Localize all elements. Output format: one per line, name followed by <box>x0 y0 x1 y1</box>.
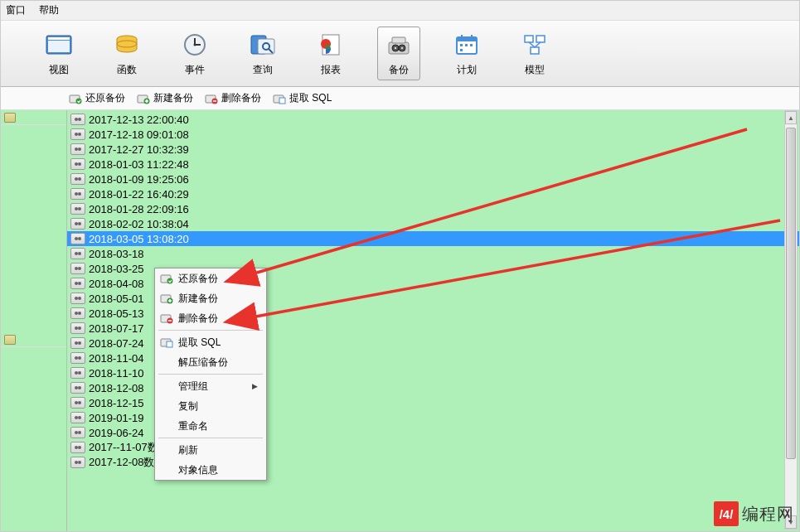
menu-help[interactable]: 帮助 <box>39 3 59 17</box>
sidebar-db-node[interactable] <box>1 110 66 125</box>
ctx-label: 刷新 <box>178 443 198 457</box>
svg-point-76 <box>75 356 78 360</box>
sub-toolbar: 还原备份新建备份删除备份提取 SQL <box>1 87 799 110</box>
ctx-new[interactable]: 新建备份 <box>155 288 266 308</box>
scroll-up-button[interactable]: ▲ <box>785 111 797 124</box>
backup-file-icon <box>70 442 85 453</box>
backup-file-icon <box>70 397 85 409</box>
ctx-label: 管理组 <box>178 380 208 394</box>
ctx-extract[interactable]: 提取 SQL <box>155 332 266 352</box>
backup-row[interactable]: 2017-12-18 09:01:08 <box>67 127 799 142</box>
svg-point-86 <box>75 431 78 434</box>
backup-row[interactable]: 2018-03-05 13:08:20 <box>67 231 799 246</box>
toolbar-backup[interactable]: 备份 <box>377 27 420 80</box>
backup-file-icon <box>70 128 85 140</box>
backup-file-icon <box>70 382 85 394</box>
ctx-decompress[interactable]: 解压缩备份 <box>155 352 266 372</box>
svg-point-87 <box>78 431 81 434</box>
svg-point-79 <box>78 371 81 375</box>
backup-row[interactable]: 2017-12-13 22:00:40 <box>67 112 799 127</box>
toolbar-label: 计划 <box>457 63 477 77</box>
svg-point-59 <box>78 222 81 225</box>
svg-point-67 <box>78 282 81 285</box>
ctx-restore[interactable]: 还原备份 <box>155 268 266 288</box>
backup-row[interactable]: 2018-02-02 10:38:04 <box>67 216 799 231</box>
ctx-delete[interactable]: 删除备份 <box>155 308 266 328</box>
toolbar-query[interactable]: 查询 <box>241 27 284 80</box>
backup-timestamp: 2018-11-10 <box>89 367 144 380</box>
toolbar-model[interactable]: 模型 <box>513 27 556 80</box>
toolbar-event[interactable]: 事件 <box>173 27 216 80</box>
sidebar-db-node[interactable] <box>1 332 66 347</box>
db-icon <box>4 113 16 123</box>
backup-file-icon <box>70 293 85 304</box>
event-icon <box>180 30 210 60</box>
ctx-separator <box>158 330 263 331</box>
subtoolbar-new[interactable]: 新建备份 <box>137 91 193 105</box>
subtoolbar-extract[interactable]: 提取 SQL <box>273 91 332 105</box>
backup-icon <box>384 30 414 60</box>
delete-icon <box>160 312 173 324</box>
extract-icon <box>273 93 286 104</box>
svg-point-75 <box>78 341 81 345</box>
svg-point-78 <box>75 371 78 375</box>
restore-icon <box>69 93 82 104</box>
ctx-rename[interactable]: 重命名 <box>155 416 266 436</box>
backup-file-icon <box>70 218 85 230</box>
menu-window[interactable]: 窗口 <box>6 3 26 17</box>
backup-timestamp: 2018-12-08 <box>89 382 144 394</box>
backup-timestamp: 2018-03-18 <box>89 248 144 260</box>
backup-timestamp: 2018-12-15 <box>89 397 144 409</box>
view-icon <box>44 30 74 60</box>
ctx-group[interactable]: 管理组▶ <box>155 376 266 396</box>
backup-timestamp: 2018-01-09 19:25:06 <box>89 173 189 186</box>
submenu-arrow-icon: ▶ <box>252 382 258 390</box>
ctx-copy[interactable]: 复制 <box>155 396 266 416</box>
svg-point-85 <box>78 416 81 419</box>
backup-row[interactable]: 2018-01-09 19:25:06 <box>67 172 799 186</box>
svg-rect-24 <box>460 44 463 46</box>
svg-point-60 <box>75 237 78 240</box>
ctx-separator <box>158 374 263 375</box>
svg-line-31 <box>529 42 535 47</box>
toolbar-function[interactable]: 函数 <box>105 27 148 80</box>
svg-line-32 <box>535 42 541 47</box>
main-toolbar: 视图函数事件查询报表备份计划模型 <box>1 21 799 87</box>
scroll-thumb[interactable] <box>786 128 796 459</box>
svg-point-83 <box>78 401 81 404</box>
new-icon <box>160 293 173 304</box>
toolbar-label: 查询 <box>253 63 273 77</box>
svg-point-49 <box>78 148 81 151</box>
svg-rect-2 <box>48 37 70 40</box>
watermark-text: 编程网 <box>742 503 794 525</box>
toolbar-schedule[interactable]: 计划 <box>445 27 488 80</box>
ctx-info[interactable]: 对象信息 <box>155 460 266 480</box>
ctx-label: 删除备份 <box>178 312 218 326</box>
subtoolbar-delete[interactable]: 删除备份 <box>205 91 261 105</box>
vertical-scrollbar[interactable]: ▲ ▼ <box>784 110 798 530</box>
subtoolbar-restore[interactable]: 还原备份 <box>69 91 125 105</box>
extract-icon <box>160 336 173 348</box>
backup-row[interactable]: 2018-01-22 16:40:29 <box>67 186 799 201</box>
backup-row[interactable]: 2018-03-18 <box>67 246 799 261</box>
svg-point-51 <box>78 162 81 166</box>
toolbar-view[interactable]: 视图 <box>37 27 80 80</box>
backup-file-icon <box>70 352 85 364</box>
backup-row[interactable]: 2018-01-28 22:09:16 <box>67 201 799 216</box>
function-icon <box>112 30 142 60</box>
toolbar-label: 备份 <box>389 63 409 77</box>
svg-point-17 <box>395 47 396 49</box>
svg-point-84 <box>75 416 78 419</box>
svg-point-45 <box>78 118 81 121</box>
backup-row[interactable]: 2018-01-03 11:22:48 <box>67 157 799 172</box>
toolbar-report[interactable]: 报表 <box>309 27 352 80</box>
ctx-refresh[interactable]: 刷新 <box>155 440 266 460</box>
svg-point-55 <box>78 192 81 196</box>
svg-point-72 <box>75 326 78 330</box>
svg-point-54 <box>75 192 78 196</box>
svg-point-70 <box>75 312 78 315</box>
menubar: 窗口 帮助 <box>1 1 799 21</box>
backup-row[interactable]: 2017-12-27 10:32:39 <box>67 142 799 157</box>
ctx-label: 重命名 <box>178 419 208 433</box>
db-icon <box>4 335 16 345</box>
